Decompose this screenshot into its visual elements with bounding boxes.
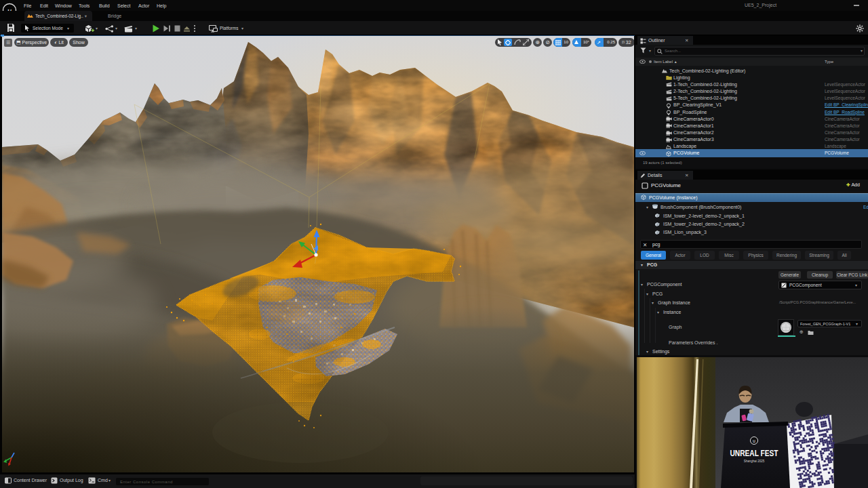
svg-text:Shanghai 2025: Shanghai 2025 bbox=[744, 460, 765, 463]
svg-text:u: u bbox=[753, 439, 755, 443]
svg-text:UNREAL FEST: UNREAL FEST bbox=[730, 448, 778, 458]
